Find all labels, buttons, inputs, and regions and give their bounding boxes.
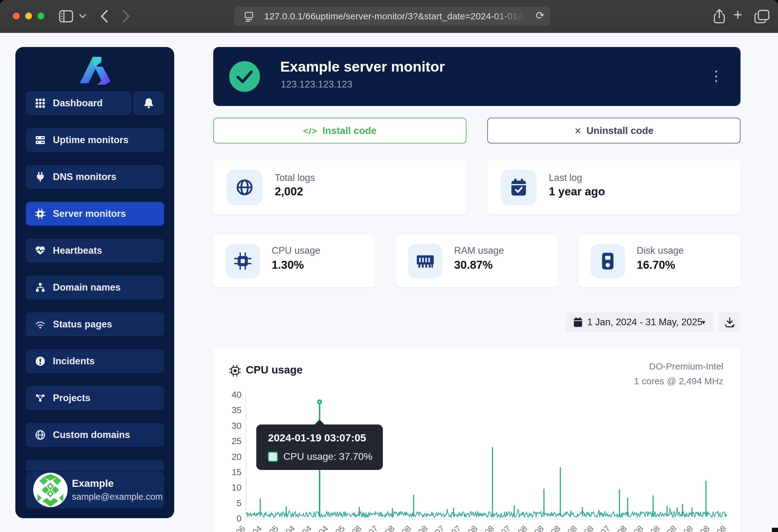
- grid-icon: [35, 98, 46, 108]
- svg-text:08: 08: [416, 524, 429, 532]
- sidebar-item-dns-monitors[interactable]: DNS monitors: [26, 165, 164, 189]
- user-profile-card[interactable]: Example sample@example.com: [26, 471, 164, 508]
- svg-text:05: 05: [334, 524, 346, 532]
- close-icon: ✕: [574, 126, 581, 136]
- browser-window: 127.0.0.1/66uptime/server-monitor/3?&sta…: [0, 0, 778, 532]
- monitor-ip: 123.123.123.123: [281, 79, 353, 90]
- tooltip-value: CPU usage: 37.70%: [283, 451, 372, 462]
- chart-title: CPU usage: [246, 364, 303, 376]
- sidebar-item-projects[interactable]: Projects: [26, 386, 164, 410]
- plug-icon: [35, 172, 46, 182]
- chevron-down-icon[interactable]: [79, 14, 86, 18]
- forward-icon[interactable]: [122, 10, 130, 23]
- svg-text:07: 07: [499, 524, 512, 532]
- caret-down-icon: ▼: [701, 313, 706, 332]
- svg-text:35: 35: [232, 405, 241, 415]
- svg-text:08: 08: [483, 524, 495, 532]
- sidebar-item-domain-names[interactable]: Domain names: [26, 275, 164, 299]
- project-icon: [35, 393, 46, 403]
- alert-circle-icon: [35, 356, 46, 366]
- zoom-window-button[interactable]: [37, 13, 44, 19]
- svg-text:08: 08: [466, 524, 479, 532]
- sidebar-item-uptime-monitors[interactable]: Uptime monitors: [26, 128, 164, 152]
- sitemap-icon: [35, 282, 46, 293]
- stat-value: 2,002: [275, 185, 303, 198]
- stat-label: Disk usage: [637, 245, 684, 256]
- cpu-usage-chart-card: CPU usage DO-Premium-Intel 1 cores @ 2,4…: [213, 347, 741, 532]
- sidebar-item-status-pages[interactable]: Status pages: [26, 313, 164, 336]
- stat-iconbox: [226, 244, 260, 278]
- sidebar-item-partial[interactable]: [26, 460, 164, 471]
- chart-tooltip: 2024-01-19 03:07:05 CPU usage: 37.70%: [256, 425, 383, 470]
- microchip-icon: [234, 253, 251, 270]
- svg-text:08: 08: [582, 524, 595, 532]
- sidebar: Dashboard Uptime monitors DNS monitors: [15, 47, 174, 518]
- uninstall-code-label: Uninstall code: [586, 125, 653, 136]
- sidebar-toggle-icon[interactable]: [59, 10, 73, 22]
- sidebar-item-server-monitors[interactable]: Server monitors: [26, 202, 164, 226]
- stat-label: RAM usage: [454, 245, 504, 256]
- stat-label: Last log: [549, 172, 582, 183]
- sidebar-item-incidents[interactable]: Incidents: [26, 349, 164, 373]
- svg-text:05: 05: [267, 524, 280, 532]
- sidebar-item-label: Heartbeats: [53, 239, 102, 263]
- main-content: Example server monitor 123.123.123.123 ⋮…: [213, 0, 741, 532]
- svg-text:07: 07: [433, 524, 446, 532]
- svg-text:08: 08: [383, 524, 396, 532]
- app-logo: [76, 55, 114, 85]
- svg-text:04: 04: [317, 524, 330, 532]
- microchip-icon: [35, 208, 46, 219]
- stat-card-last-log: Last log 1 year ago: [487, 160, 741, 215]
- bell-icon: [144, 98, 154, 109]
- status-ok-icon: [229, 61, 260, 92]
- calendar-check-icon: [511, 178, 527, 197]
- svg-text:08: 08: [516, 524, 529, 532]
- svg-text:08: 08: [715, 524, 728, 532]
- kebab-menu-icon[interactable]: ⋮: [709, 67, 723, 85]
- heart-pulse-icon: [35, 245, 46, 256]
- svg-text:08: 08: [400, 524, 413, 532]
- sidebar-item-label: Incidents: [53, 349, 95, 373]
- svg-text:25: 25: [232, 436, 241, 446]
- sidebar-item-dashboard[interactable]: Dashboard: [26, 91, 131, 115]
- globe-icon: [236, 179, 253, 196]
- svg-text:08: 08: [632, 524, 645, 532]
- svg-text:07: 07: [450, 524, 462, 532]
- export-button[interactable]: [719, 313, 741, 332]
- sidebar-item-heartbeats[interactable]: Heartbeats: [26, 239, 164, 263]
- tooltip-timestamp: 2024-01-19 03:07:05: [268, 432, 366, 444]
- back-icon[interactable]: [100, 10, 108, 23]
- sidebar-item-custom-domains[interactable]: Custom domains: [26, 423, 164, 447]
- stat-value: 1 year ago: [549, 185, 605, 198]
- uninstall-code-button[interactable]: ✕Uninstall code: [487, 118, 741, 144]
- svg-text:08: 08: [566, 524, 578, 532]
- chart-meta-line2: 1 cores @ 2,494 MHz: [634, 376, 723, 386]
- user-name: Example: [72, 478, 114, 489]
- minimize-window-button[interactable]: [25, 13, 32, 19]
- sidebar-item-label: Projects: [53, 386, 90, 410]
- close-window-button[interactable]: [13, 13, 20, 19]
- tab-overview-icon[interactable]: [754, 9, 770, 24]
- date-range-picker[interactable]: 1 Jan, 2024 - 31 May, 2025 ▼: [566, 313, 713, 332]
- svg-text:04: 04: [284, 524, 297, 532]
- svg-text:08: 08: [350, 524, 363, 532]
- globe-icon: [35, 430, 46, 440]
- corner-artifact: [772, 528, 778, 532]
- stat-card-ram: RAM usage 30.87%: [396, 235, 558, 287]
- stat-value: 1.30%: [271, 259, 304, 272]
- calendar-icon: [573, 317, 583, 328]
- notifications-button[interactable]: [133, 91, 164, 115]
- memory-icon: [416, 254, 435, 268]
- stat-value: 30.87%: [454, 259, 493, 272]
- stat-card-cpu: CPU usage 1.30%: [213, 235, 376, 287]
- code-icon: </>: [303, 126, 317, 136]
- install-code-label: Install code: [322, 125, 376, 136]
- sidebar-item-label: DNS monitors: [53, 165, 116, 189]
- svg-text:15: 15: [232, 467, 241, 477]
- svg-text:08: 08: [698, 524, 711, 532]
- install-code-button[interactable]: </>Install code: [213, 118, 466, 144]
- stat-iconbox: [501, 170, 537, 205]
- stat-iconbox: [591, 244, 625, 278]
- svg-text:0: 0: [237, 514, 241, 523]
- microchip-icon: [229, 365, 241, 376]
